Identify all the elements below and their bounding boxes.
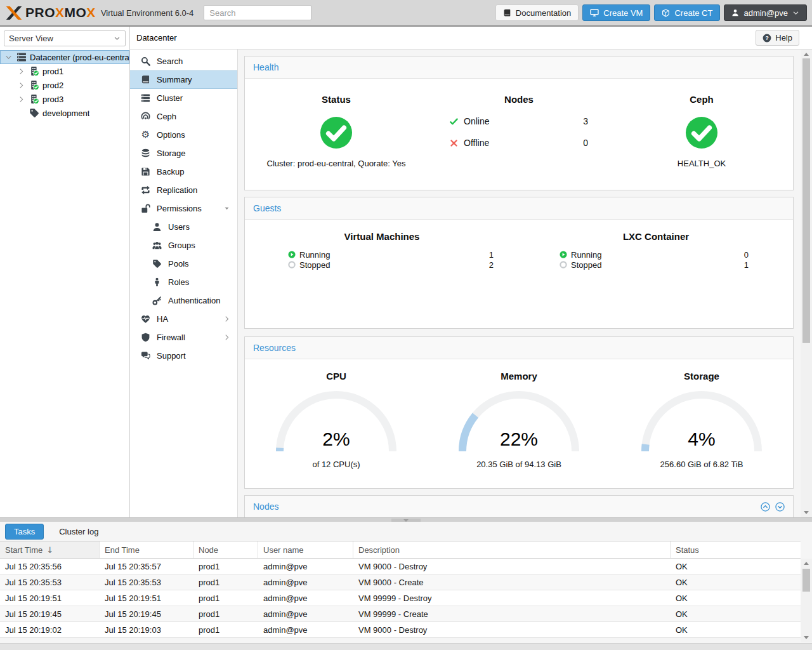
column-user-name[interactable]: User name [258,541,353,558]
user-menu-button[interactable]: admin@pve [724,4,807,21]
scroll-up-arrow[interactable] [804,562,809,565]
chevron-right-icon[interactable] [18,82,25,89]
table-row[interactable]: Jul 15 20:19:02 Jul 15 20:19:03 prod1 ad… [0,622,801,638]
person-icon [152,277,162,287]
vm-running-value: 1 [489,250,494,260]
nav-item-authentication[interactable]: Authentication [130,291,237,310]
tab-cluster-log[interactable]: Cluster log [56,524,101,539]
nodes-heading: Nodes [428,94,610,105]
nav-item-permissions[interactable]: Permissions [130,199,237,218]
nav-item-groups[interactable]: Groups [130,236,237,255]
create-vm-button[interactable]: Create VM [582,4,650,21]
documentation-button[interactable]: Documentation [495,4,579,21]
nav-item-backup[interactable]: Backup [130,162,237,181]
create-ct-button[interactable]: Create CT [654,4,720,21]
tab-tasks[interactable]: Tasks [5,524,44,540]
chevron-down-icon[interactable] [5,54,12,61]
scrollbar-thumb[interactable] [802,58,810,343]
circle-chevron-down-icon[interactable] [775,502,785,512]
view-selector-value: Server View [9,34,53,43]
nav-item-users[interactable]: Users [130,218,237,236]
tree-item-prod1[interactable]: prod1 [0,64,129,78]
lxc-running-row: Running 0 [560,249,749,260]
table-row[interactable]: Jul 15 20:19:51 Jul 15 20:19:51 prod1 ad… [0,590,801,606]
nav-item-pools[interactable]: Pools [130,255,237,273]
scroll-down-arrow[interactable] [804,511,809,514]
column-start-time[interactable]: Start Time↓ [0,541,100,558]
nav-label: Ceph [157,112,176,121]
table-row[interactable]: Jul 15 20:35:56 Jul 15 20:35:57 prod1 ad… [0,559,801,574]
gauge-sublabel: of 12 CPU(s) [245,460,428,469]
view-selector[interactable]: Server View [4,30,126,46]
column-label: Description [358,545,400,555]
chevron-right-icon[interactable] [18,96,25,103]
task-scrollbar[interactable] [801,559,812,642]
nav-item-firewall[interactable]: Firewall [130,328,237,347]
tree-item-prod3[interactable]: prod3 [0,92,129,106]
vm-stopped-value: 2 [489,260,494,270]
nav-label: Options [157,130,185,140]
tree-item-label: prod2 [43,81,63,90]
vm-stopped-row: Stopped 2 [288,260,494,270]
offline-value: 0 [583,138,588,148]
tree-item-datacenter[interactable]: Datacenter (prod-eu-central) [0,50,129,64]
cell-end-time: Jul 15 20:35:53 [100,578,193,587]
nav-item-roles[interactable]: Roles [130,273,237,291]
column-label: Node [199,545,218,555]
column-end-time[interactable]: End Time [100,541,193,558]
tree-item-prod2[interactable]: prod2 [0,78,129,92]
guests-panel: Guests Virtual Machines Running 1 Stoppe… [244,197,794,329]
users-icon [152,241,162,250]
nav-label: Groups [168,241,195,250]
panel-splitter[interactable] [0,517,812,522]
brand-text: PROXMOX [25,5,96,20]
nav-item-replication[interactable]: Replication [130,181,237,199]
nav-label: Pools [168,259,189,269]
horizontal-scroll-track[interactable] [0,643,812,650]
memory-gauge-section: Memory 22% 20.35 GiB of 94.13 GiB [428,371,610,469]
column-description[interactable]: Description [353,541,671,558]
chevron-right-icon[interactable] [223,334,230,341]
column-node[interactable]: Node [193,541,258,558]
scroll-down-arrow[interactable] [804,636,809,639]
nav-item-ceph[interactable]: Ceph [130,107,237,126]
chevron-right-icon[interactable] [223,315,230,322]
nav-item-summary[interactable]: Summary [130,70,237,89]
nodes-online-row: Online 3 [450,116,588,126]
key-icon [152,296,162,305]
circle-chevron-up-icon[interactable] [761,502,770,512]
chevron-right-icon[interactable] [18,68,25,75]
ceph-ok-icon [685,116,718,149]
column-status[interactable]: Status [671,541,801,558]
tree-item-development[interactable]: development [0,106,129,120]
nav-label: Firewall [157,333,185,342]
running-label: Running [299,250,330,260]
scrollbar-thumb[interactable] [802,569,810,592]
server-stack-icon [141,93,150,103]
resource-tree: Datacenter (prod-eu-central) prod1 prod2… [0,50,129,120]
stopped-label: Stopped [571,260,601,270]
main-scrollbar[interactable] [801,50,812,517]
gauge-sublabel: 20.35 GiB of 94.13 GiB [428,460,610,469]
caret-down-icon[interactable] [223,205,230,212]
storage-gauge-section: Storage 4% 256.60 GiB of 6.82 TiB [610,371,793,469]
nav-item-ha[interactable]: HA [130,310,237,328]
nav-item-cluster[interactable]: Cluster [130,89,237,107]
nav-item-support[interactable]: Support [130,347,237,365]
online-value: 3 [583,116,588,126]
scroll-up-arrow[interactable] [804,53,809,56]
nav-item-options[interactable]: ⚙ Options [130,126,237,144]
nodes-offline-row: Offline 0 [450,138,588,148]
table-row[interactable]: Jul 15 20:19:45 Jul 15 20:19:45 prod1 ad… [0,606,801,622]
stopped-label: Stopped [299,260,330,270]
nav-item-search[interactable]: Search [130,52,237,70]
cross-icon [450,139,458,147]
help-button[interactable]: ? Help [756,30,799,46]
gauge-sublabel: 256.60 GiB of 6.82 TiB [610,460,793,469]
user-icon [152,222,162,232]
global-search-input[interactable] [204,5,311,20]
datacenter-icon [16,52,27,62]
table-row[interactable]: Jul 15 20:35:53 Jul 15 20:35:53 prod1 ad… [0,574,801,590]
ceph-icon [141,112,150,121]
nav-item-storage[interactable]: Storage [130,144,237,162]
